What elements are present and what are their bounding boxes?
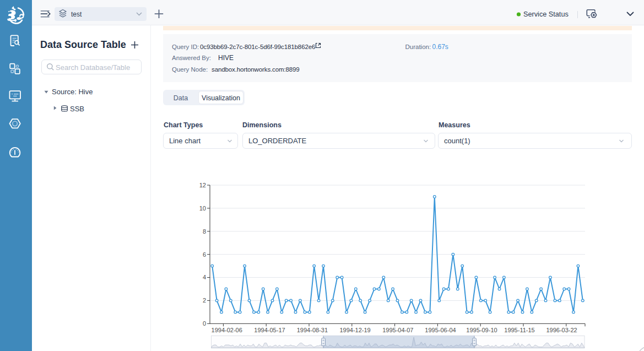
svg-text:12: 12 xyxy=(199,182,206,188)
svg-text:1994-02-06: 1994-02-06 xyxy=(212,327,242,333)
svg-text:2: 2 xyxy=(203,297,206,304)
svg-text:1994-08-31: 1994-08-31 xyxy=(297,327,328,333)
svg-text:1995-04-07: 1995-04-07 xyxy=(382,327,413,333)
svg-text:6: 6 xyxy=(203,251,206,258)
svg-text:4: 4 xyxy=(203,274,206,280)
svg-text:1995-06-04: 1995-06-04 xyxy=(425,327,456,333)
svg-text:8: 8 xyxy=(203,228,206,235)
svg-text:10: 10 xyxy=(199,205,206,212)
svg-text:0: 0 xyxy=(203,320,206,327)
svg-text:1995-11-15: 1995-11-15 xyxy=(504,327,534,333)
svg-text:1996-03-22: 1996-03-22 xyxy=(546,327,577,333)
svg-text:1994-05-17: 1994-05-17 xyxy=(254,327,285,333)
svg-text:1995-09-10: 1995-09-10 xyxy=(466,327,497,333)
svg-text:1994-12-19: 1994-12-19 xyxy=(339,327,370,333)
